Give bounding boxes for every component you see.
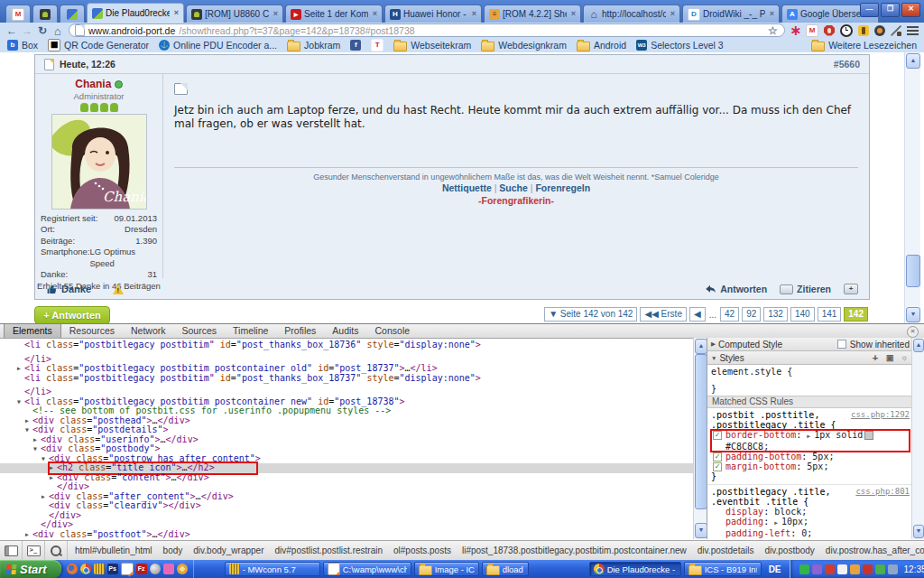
- css-property[interactable]: padding-left: 0;: [711, 528, 910, 538]
- expanded-arrow-icon[interactable]: ▼: [25, 425, 32, 435]
- taskbar-button[interactable]: Image - ICS B919 ...: [414, 562, 479, 576]
- expand-value-icon[interactable]: ▶: [807, 433, 814, 440]
- search-icon-button[interactable]: [45, 541, 68, 561]
- firefox-icon[interactable]: [67, 564, 78, 574]
- phone-icon[interactable]: [858, 25, 869, 36]
- homebtn-icon[interactable]: [51, 25, 64, 36]
- editor-icon[interactable]: [121, 563, 134, 575]
- bookmark-item[interactable]: Webdesignkram: [481, 40, 567, 51]
- page-button[interactable]: 132: [763, 307, 788, 322]
- tab[interactable]: Seite 1 der Komme: [285, 5, 383, 23]
- devtools-tab-network[interactable]: Network: [123, 324, 174, 338]
- bookmark-item[interactable]: QR Code Generator: [48, 39, 149, 51]
- signature-link[interactable]: Suche: [499, 182, 528, 193]
- signature-link[interactable]: Forenregeln: [535, 182, 590, 193]
- tab[interactable]: Huawei Honor - Cy: [384, 5, 482, 23]
- bookmark-item[interactable]: Android: [577, 40, 626, 51]
- css-property[interactable]: padding: ▶ 10px;: [711, 517, 910, 528]
- elements-scroll-up[interactable]: ▲: [695, 339, 707, 354]
- stop-icon[interactable]: [824, 25, 835, 36]
- eyedropper-icon[interactable]: [891, 25, 901, 36]
- code-line[interactable]: <div class="cleardiv"></div>: [0, 501, 693, 511]
- tab-close-icon[interactable]: [670, 10, 675, 18]
- devtools-tab-resources[interactable]: Resources: [61, 324, 123, 338]
- taskbar-button[interactable]: ICS - B919 Intern...: [684, 562, 762, 576]
- collapsed-arrow-icon[interactable]: ▶: [50, 473, 57, 483]
- minimize-button[interactable]: —: [860, 3, 879, 17]
- computed-style-header[interactable]: ▶ Computed Style Show inherited: [707, 338, 913, 351]
- danke-button[interactable]: Danke: [46, 284, 91, 295]
- taskbar-button[interactable]: C:\wamp\www\ch...: [323, 562, 411, 576]
- taskbar-button-active[interactable]: Die Plaud0recke - ...: [589, 562, 681, 576]
- styles-scrollbar[interactable]: ▲ ▼: [911, 338, 924, 539]
- tab[interactable]: DroidWiki _-_ Proj: [682, 5, 780, 23]
- page-button[interactable]: 141: [818, 307, 842, 322]
- tab-close-icon[interactable]: [472, 10, 476, 18]
- update-icon[interactable]: [850, 564, 860, 574]
- property-checkbox[interactable]: ✓: [713, 431, 722, 440]
- tab-close-icon[interactable]: [373, 10, 377, 18]
- tab-close-icon[interactable]: [571, 10, 576, 18]
- devtools-tab-timeline[interactable]: Timeline: [225, 324, 276, 338]
- page-button[interactable]: 42: [720, 307, 739, 322]
- antworten-button[interactable]: Antworten: [704, 284, 767, 294]
- clock[interactable]: 12:35: [904, 564, 924, 574]
- bookmark-item[interactable]: [371, 39, 383, 51]
- tab-close-icon[interactable]: [770, 10, 774, 18]
- menu-icon[interactable]: [907, 26, 919, 35]
- post-number[interactable]: #5660: [834, 59, 860, 70]
- close-button[interactable]: ✕: [901, 3, 920, 17]
- adblock-icon[interactable]: [874, 25, 885, 36]
- security-icon[interactable]: [863, 564, 873, 574]
- show-inherited-checkbox[interactable]: [837, 340, 846, 349]
- pinned-tab[interactable]: [5, 5, 31, 23]
- lastpass-icon[interactable]: [790, 25, 800, 36]
- antivirus-icon[interactable]: [875, 564, 885, 574]
- expanded-arrow-icon[interactable]: ▼: [42, 454, 49, 464]
- expanded-arrow-icon[interactable]: ▼: [33, 444, 41, 454]
- breadcrumb-item[interactable]: div.postdetails: [692, 541, 760, 561]
- multiquote-icon[interactable]: [844, 284, 858, 294]
- property-checkbox[interactable]: ✓: [713, 462, 722, 471]
- css-property[interactable]: display: block;: [711, 507, 910, 517]
- collapsed-arrow-icon[interactable]: ▶: [42, 492, 49, 502]
- first-page-button[interactable]: ◀◀ Erste: [640, 307, 687, 322]
- pinned-tab[interactable]: [60, 5, 85, 23]
- start-button[interactable]: Start: [0, 560, 61, 578]
- messenger-icon[interactable]: [837, 564, 847, 574]
- username-link[interactable]: Chania: [75, 78, 111, 90]
- code-line[interactable]: ▶<div class="content">…</div>: [0, 473, 693, 483]
- scheduler-icon[interactable]: [888, 564, 898, 574]
- styles-scroll-up[interactable]: ▲: [913, 339, 924, 352]
- address-bar[interactable]: www.android-port.de/showthread.php?t=37&…: [69, 23, 785, 37]
- expanded-arrow-icon[interactable]: ▼: [17, 397, 24, 407]
- breadcrumb-item[interactable]: div.postrow.has_after_content: [820, 541, 924, 561]
- report-warning-icon[interactable]: [113, 284, 124, 294]
- player-icon[interactable]: [150, 564, 161, 574]
- devtools-tab-sources[interactable]: Sources: [174, 324, 226, 338]
- css-property[interactable]: ✓margin-bottom: 5px;: [711, 461, 910, 471]
- tab[interactable]: [ROM 4.2.2] Sheri: [484, 5, 581, 23]
- language-indicator[interactable]: DE: [762, 564, 788, 574]
- gmailext-icon[interactable]: [806, 24, 818, 37]
- bookmark-item[interactable]: Box: [7, 40, 38, 51]
- back-icon[interactable]: [5, 25, 18, 36]
- scroll-thumb[interactable]: [906, 255, 920, 287]
- breadcrumb-item[interactable]: div.body_wrapper: [188, 541, 269, 561]
- code-line[interactable]: ▶<div class="postfoot">…</div>: [0, 530, 693, 540]
- avatar[interactable]: Chania: [51, 114, 147, 210]
- devtools-tab-console[interactable]: Console: [367, 324, 419, 338]
- dock-icon-button[interactable]: [0, 541, 23, 561]
- breadcrumb-item[interactable]: html#vbulletin_html: [69, 541, 158, 561]
- chrome-icon[interactable]: [80, 564, 91, 574]
- bookmark-item[interactable]: Selectors Level 3: [636, 40, 724, 51]
- photoshop-icon[interactable]: [107, 564, 118, 574]
- scroll-up-button[interactable]: ▲: [906, 53, 920, 69]
- forward-icon[interactable]: [21, 25, 33, 36]
- styles-settings-icon[interactable]: [899, 352, 910, 363]
- elements-scroll-thumb[interactable]: [695, 354, 707, 509]
- page-scrollbar[interactable]: ▲ ▼: [904, 52, 920, 323]
- current-page-button[interactable]: 142: [844, 307, 868, 322]
- css-property[interactable]: ✓padding-bottom: 5px;: [711, 452, 910, 461]
- zitieren-button[interactable]: Zitieren: [780, 284, 831, 294]
